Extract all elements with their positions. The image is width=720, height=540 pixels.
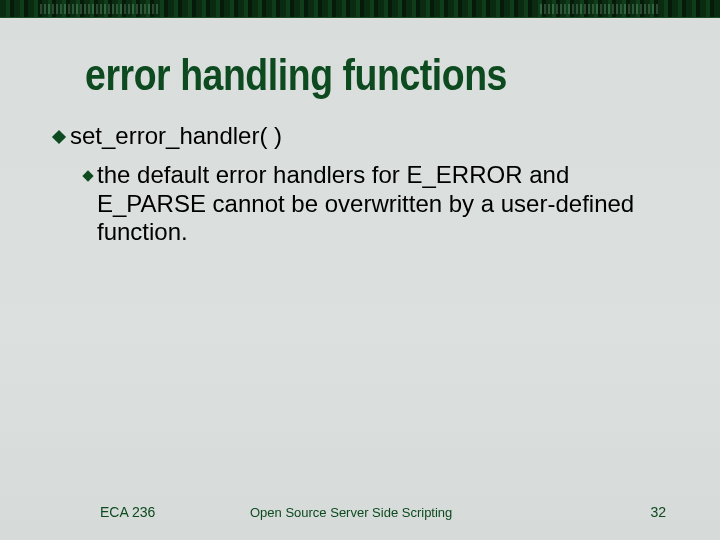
bullet-level-2: the default error handlers for E_ERROR a… [54,161,666,247]
bullet-level-1-text: set_error_handler( ) [70,122,666,151]
slide-footer: ECA 236 Open Source Server Side Scriptin… [0,504,720,540]
diamond-bullet-icon [52,130,66,144]
diamond-bullet-icon [82,170,93,181]
bullet-level-2-text: the default error handlers for E_ERROR a… [97,161,666,247]
slide-body: error handling functions set_error_handl… [0,18,720,540]
bullet-level-1: set_error_handler( ) [54,122,666,151]
footer-course-code: ECA 236 [100,504,250,520]
decorative-top-band [0,0,720,18]
slide-content: set_error_handler( ) the default error h… [0,122,720,504]
slide-title: error handling functions [0,18,612,122]
footer-page-number: 32 [606,504,666,520]
footer-course-title: Open Source Server Side Scripting [250,505,606,520]
